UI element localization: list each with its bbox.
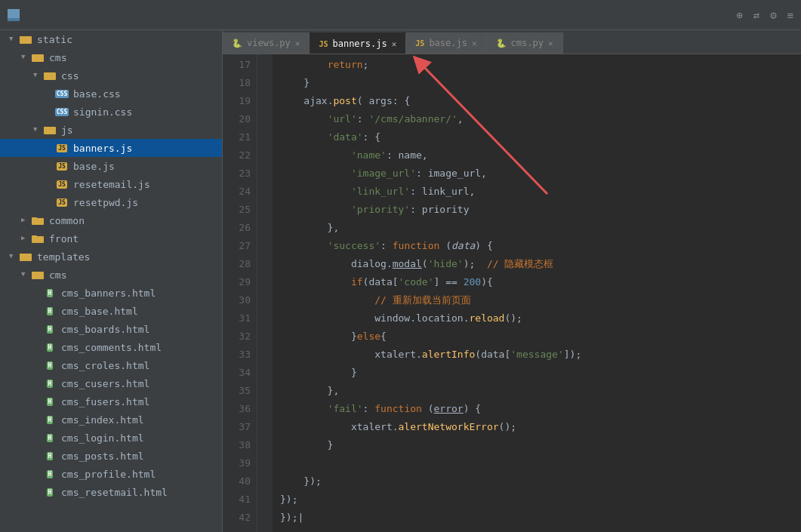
html-file-icon: H (44, 341, 56, 353)
tab-banners-js[interactable]: JS banners.js ✕ (310, 32, 406, 54)
code-line: } (273, 436, 801, 454)
js-file-icon: JS (56, 178, 68, 190)
tree-item-cms[interactable]: ▼cms (0, 48, 222, 66)
svg-rect-11 (32, 217, 37, 220)
code-line: 'link_url': link_url, (273, 183, 801, 201)
close-views-tab[interactable]: ✕ (295, 38, 300, 48)
tree-item-cms_resetmail-html[interactable]: Hcms_resetmail.html (0, 483, 222, 501)
line-number: 18 (223, 74, 251, 92)
tree-item-label: banners.js (73, 143, 132, 154)
line-number: 25 (223, 201, 251, 219)
close-banners-tab[interactable]: ✕ (392, 39, 397, 49)
tree-item-cms_croles-html[interactable]: Hcms_croles.html (0, 356, 222, 374)
code-line: }, (273, 382, 801, 400)
line-number: 40 (223, 472, 251, 490)
line-number: 32 (223, 328, 251, 346)
tree-item-label: front (49, 233, 79, 244)
tree-item-label: cms_resetmail.html (61, 487, 168, 498)
folder-arrow: ▼ (9, 35, 18, 44)
close-base-tab[interactable]: ✕ (472, 38, 477, 48)
folder-arrow: ▼ (33, 125, 42, 134)
line-number: 17 (223, 56, 251, 74)
title-bar-icons: ⊕ ⇄ ⚙ ≡ (736, 9, 793, 21)
folder-icon (20, 33, 32, 45)
tree-item-banners-js[interactable]: JSbanners.js (0, 139, 222, 157)
tree-item-cms_profile-html[interactable]: Hcms_profile.html (0, 465, 222, 483)
tree-item-js[interactable]: ▼js (0, 121, 222, 139)
tree-item-cms_boards-html[interactable]: Hcms_boards.html (0, 320, 222, 338)
tree-item-label: cms_banners.html (61, 288, 156, 299)
line-number: 20 (223, 110, 251, 128)
css-file-icon: CSS (56, 88, 68, 100)
js-file-icon: JS (56, 160, 68, 172)
tree-item-signin-css[interactable]: CSSsignin.css (0, 103, 222, 121)
code-line: window.location.reload(); (273, 309, 801, 328)
js-file-icon: JS (56, 196, 68, 208)
tree-item-resetpwd-js[interactable]: JSresetpwd.js (0, 193, 222, 211)
tab-views-py[interactable]: 🐍 views.py ✕ (223, 32, 310, 54)
tree-item-cms_posts-html[interactable]: Hcms_posts.html (0, 447, 222, 465)
close-cms-tab[interactable]: ✕ (548, 38, 553, 48)
tree-item-templates[interactable]: ▼templates (0, 248, 222, 266)
tree-item-label: base.css (73, 88, 121, 100)
line-number: 19 (223, 92, 251, 110)
line-number: 27 (223, 237, 251, 255)
tree-item-label: cms (49, 52, 66, 63)
folder-arrow: ▶ (21, 234, 30, 243)
folder-icon (32, 214, 44, 226)
settings-icon[interactable]: ⚙ (770, 9, 776, 21)
code-line: ajax.post( args: { (273, 92, 801, 110)
tree-item-label: resetemail.js (73, 179, 150, 190)
add-icon[interactable]: ⊕ (736, 9, 742, 21)
code-line: 'data': { (273, 128, 801, 146)
folder-icon (32, 232, 44, 244)
line-number: 24 (223, 183, 251, 201)
js-file-icon: JS (56, 142, 68, 154)
code-line: if(data['code'] == 200){ (273, 273, 801, 291)
svg-rect-1 (8, 18, 20, 21)
tree-item-cms_cusers-html[interactable]: Hcms_cusers.html (0, 374, 222, 392)
tree-item-cms_login-html[interactable]: Hcms_login.html (0, 429, 222, 447)
tree-item-front[interactable]: ▶front (0, 229, 222, 248)
tree-item-common[interactable]: ▶common (0, 211, 222, 229)
line-numbers: 1718192021222324252627282930313233343536… (223, 54, 257, 532)
line-number: 41 (223, 490, 251, 509)
line-number: 26 (223, 219, 251, 237)
html-file-icon: H (44, 287, 56, 299)
tree-item-static[interactable]: ▼static (0, 30, 222, 48)
tree-item-cms_index-html[interactable]: Hcms_index.html (0, 411, 222, 429)
css-file-icon: CSS (56, 106, 68, 118)
tree-item-base-css[interactable]: CSSbase.css (0, 85, 222, 103)
line-number: 30 (223, 291, 251, 309)
folder-arrow: ▼ (9, 252, 18, 261)
tree-item-cms_base-html[interactable]: Hcms_base.html (0, 302, 222, 320)
code-line: xtalert.alertNetworkError(); (273, 418, 801, 436)
menu-icon[interactable]: ≡ (787, 9, 793, 21)
tab-label-cms: cms.py (511, 38, 544, 48)
tree-item-base-js[interactable]: JSbase.js (0, 157, 222, 175)
tree-item-label: cms_boards.html (61, 324, 149, 335)
code-line: }, (273, 219, 801, 237)
tab-cms-py[interactable]: 🐍 cms.py ✕ (487, 32, 563, 54)
code-line: return; (273, 56, 801, 74)
code-content[interactable]: return; } ajax.post( args: { 'url': '/cm… (273, 54, 801, 532)
tree-item-resetemail-js[interactable]: JSresetemail.js (0, 175, 222, 193)
sync-icon[interactable]: ⇄ (753, 9, 759, 21)
tree-item-cms[interactable]: ▼cms (0, 266, 222, 284)
tab-base-js[interactable]: JS base.js ✕ (406, 32, 486, 54)
folder-icon (32, 269, 44, 281)
tree-item-label: resetpwd.js (73, 197, 138, 208)
main-layout: ▼static▼cms▼cssCSSbase.cssCSSsignin.css▼… (0, 30, 801, 532)
html-file-icon: H (44, 486, 56, 498)
tree-item-cms_comments-html[interactable]: Hcms_comments.html (0, 338, 222, 356)
tree-item-cms_banners-html[interactable]: Hcms_banners.html (0, 284, 222, 302)
tree-item-label: signin.css (73, 106, 132, 118)
folder-arrow: ▼ (21, 53, 30, 62)
tree-item-css[interactable]: ▼css (0, 66, 222, 85)
svg-rect-13 (32, 235, 37, 238)
folder-icon (44, 124, 56, 136)
code-line: 'name': name, (273, 146, 801, 165)
tree-item-cms_fusers-html[interactable]: Hcms_fusers.html (0, 392, 222, 411)
tree-item-label: cms_profile.html (61, 469, 156, 480)
tab-icon-views: 🐍 (232, 38, 242, 48)
